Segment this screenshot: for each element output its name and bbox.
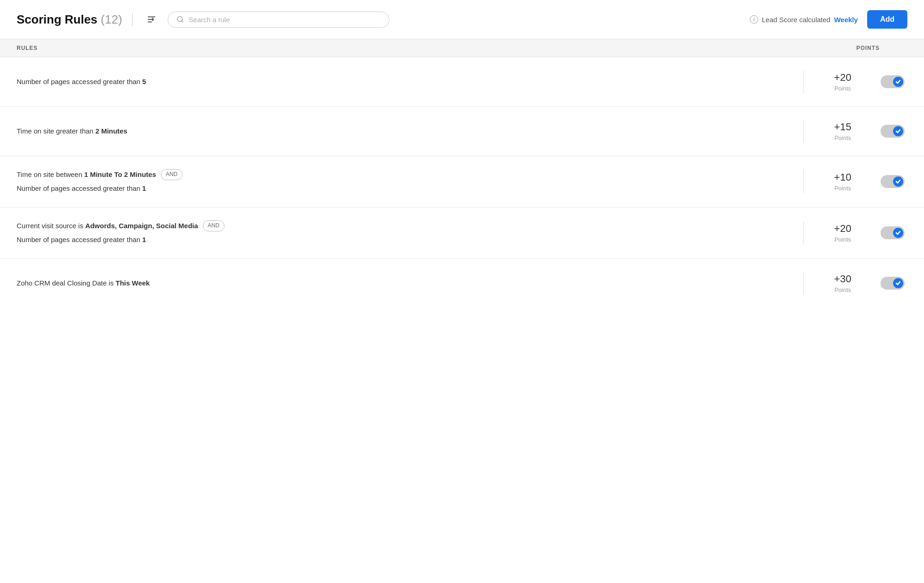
- toggle-track: [881, 125, 905, 138]
- svg-line-4: [182, 21, 183, 22]
- header-right: i Lead Score calculated Weekly Add: [750, 10, 907, 29]
- header: Scoring Rules (12) i: [0, 0, 924, 39]
- points-value: +15: [815, 121, 870, 133]
- points-block: +10Points: [815, 171, 870, 191]
- toggle-container: [878, 277, 907, 290]
- toggle-track: [881, 175, 905, 188]
- toggle-container: [878, 125, 907, 138]
- rule-line: Time on site greater than 2 Minutes: [17, 126, 792, 137]
- check-icon: [895, 128, 901, 134]
- rule-toggle[interactable]: [881, 175, 905, 188]
- check-icon: [895, 79, 901, 85]
- rule-content: Time on site between 1 Minute To 2 Minut…: [17, 169, 792, 194]
- points-block: +15Points: [815, 121, 870, 141]
- header-divider: [132, 13, 133, 26]
- rule-content: Number of pages accessed greater than 5: [17, 76, 792, 87]
- rule-line: Time on site between 1 Minute To 2 Minut…: [17, 169, 792, 180]
- rule-toggle[interactable]: [881, 75, 905, 88]
- rule-text: Time on site greater than 2 Minutes: [17, 126, 128, 137]
- rule-content: Time on site greater than 2 Minutes: [17, 126, 792, 137]
- check-icon: [895, 230, 901, 236]
- rule-content: Current visit source is Adwords, Campaig…: [17, 220, 792, 245]
- rule-separator: [803, 120, 804, 143]
- table-header: RULES POINTS: [0, 39, 924, 57]
- toggle-container: [878, 75, 907, 88]
- points-label: Points: [815, 85, 870, 92]
- rule-content: Zoho CRM deal Closing Date is This Week: [17, 278, 792, 289]
- toggle-track: [881, 277, 905, 290]
- add-button[interactable]: Add: [867, 10, 907, 29]
- rule-text: Number of pages accessed greater than 1: [17, 234, 146, 245]
- col-points-header: POINTS: [815, 45, 907, 51]
- page-title: Scoring Rules (12): [17, 12, 122, 27]
- points-label: Points: [815, 236, 870, 243]
- points-block: +30Points: [815, 273, 870, 293]
- rules-list: Number of pages accessed greater than 5+…: [0, 57, 924, 308]
- col-rules-header: RULES: [17, 45, 815, 51]
- filter-icon: [146, 14, 157, 24]
- search-icon: [176, 16, 184, 23]
- rules-count: (12): [101, 12, 122, 26]
- info-icon: i: [750, 15, 758, 24]
- points-value: +10: [815, 171, 870, 183]
- table-row: Zoho CRM deal Closing Date is This Week+…: [0, 259, 924, 308]
- toggle-thumb: [893, 126, 903, 136]
- rule-separator: [803, 170, 804, 193]
- rule-separator: [803, 221, 804, 244]
- rule-toggle[interactable]: [881, 277, 905, 290]
- rule-separator: [803, 70, 804, 93]
- table-row: Time on site between 1 Minute To 2 Minut…: [0, 156, 924, 207]
- points-label: Points: [815, 134, 870, 141]
- search-input[interactable]: [188, 16, 381, 24]
- table-row: Current visit source is Adwords, Campaig…: [0, 207, 924, 259]
- toggle-thumb: [893, 278, 903, 288]
- rule-separator: [803, 272, 804, 295]
- toggle-thumb: [893, 176, 903, 187]
- rule-line: Zoho CRM deal Closing Date is This Week: [17, 278, 792, 289]
- search-bar: [168, 12, 389, 28]
- table-row: Time on site greater than 2 Minutes+15Po…: [0, 107, 924, 156]
- rule-text: Number of pages accessed greater than 5: [17, 76, 146, 87]
- rule-text: Current visit source is Adwords, Campaig…: [17, 220, 198, 231]
- points-label: Points: [815, 185, 870, 192]
- and-badge: AND: [203, 220, 225, 231]
- rule-text: Number of pages accessed greater than 1: [17, 183, 146, 194]
- lead-score-info: i Lead Score calculated Weekly: [750, 15, 858, 24]
- rule-line: Current visit source is Adwords, Campaig…: [17, 220, 792, 231]
- page-title-text: Scoring Rules: [17, 12, 97, 26]
- toggle-container: [878, 226, 907, 239]
- rule-text: Time on site between 1 Minute To 2 Minut…: [17, 169, 156, 180]
- toggle-track: [881, 226, 905, 239]
- rule-line: Number of pages accessed greater than 1: [17, 183, 792, 194]
- filter-button[interactable]: [143, 12, 160, 26]
- toggle-thumb: [893, 77, 903, 87]
- table-row: Number of pages accessed greater than 5+…: [0, 57, 924, 107]
- points-value: +20: [815, 223, 870, 235]
- toggle-container: [878, 175, 907, 188]
- points-label: Points: [815, 286, 870, 293]
- check-icon: [895, 179, 901, 184]
- check-icon: [895, 280, 901, 286]
- toggle-thumb: [893, 228, 903, 238]
- rule-line: Number of pages accessed greater than 5: [17, 76, 792, 87]
- toggle-track: [881, 75, 905, 88]
- lead-score-text: Lead Score calculated: [762, 16, 830, 24]
- rule-text: Zoho CRM deal Closing Date is This Week: [17, 278, 150, 289]
- points-value: +20: [815, 72, 870, 84]
- points-block: +20Points: [815, 72, 870, 91]
- points-block: +20Points: [815, 223, 870, 243]
- rule-line: Number of pages accessed greater than 1: [17, 234, 792, 245]
- page-container: Scoring Rules (12) i: [0, 0, 924, 583]
- points-value: +30: [815, 273, 870, 285]
- rule-toggle[interactable]: [881, 125, 905, 138]
- weekly-link[interactable]: Weekly: [834, 16, 857, 24]
- rule-toggle[interactable]: [881, 226, 905, 239]
- and-badge: AND: [161, 169, 182, 180]
